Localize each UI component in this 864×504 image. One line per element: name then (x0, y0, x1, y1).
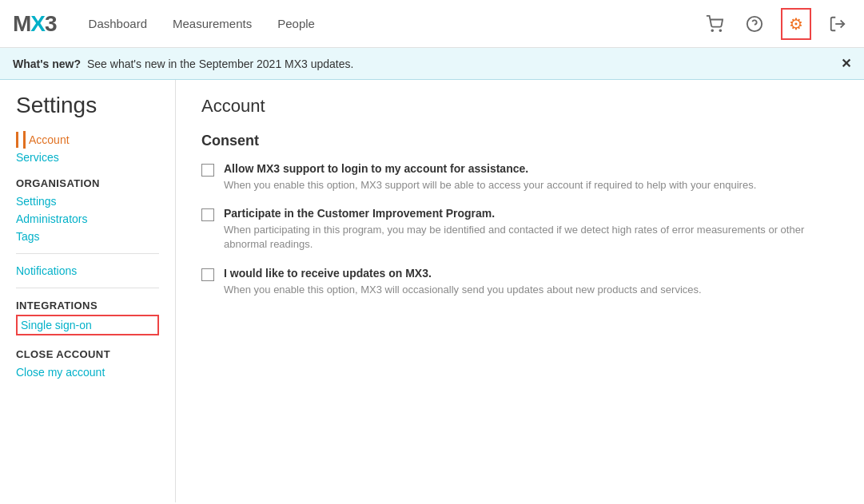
sidebar: Settings Account Services ORGANISATION S… (0, 80, 176, 502)
consent-desc-3: When you enable this option, MX3 will oc… (224, 283, 702, 297)
whats-new-banner: What's new? See what's new in the Septem… (0, 48, 864, 80)
logo-x: X (30, 11, 45, 36)
cart-icon (706, 15, 723, 33)
account-active-container: Account (16, 131, 159, 149)
sidebar-item-close-account[interactable]: Close my account (16, 363, 159, 381)
active-indicator (16, 132, 18, 148)
settings-icon-button[interactable]: ⚙ (781, 8, 811, 40)
sidebar-section-close-account: CLOSE ACCOUNT (16, 348, 159, 360)
consent-label-1: Allow MX3 support to login to my account… (224, 162, 756, 175)
nav-people[interactable]: People (277, 17, 315, 30)
sidebar-item-org-settings[interactable]: Settings (16, 192, 159, 210)
consent-text-wrap-3: I would like to receive updates on MX3. … (224, 267, 702, 297)
banner-close-button[interactable]: ✕ (841, 56, 851, 71)
nav-measurements[interactable]: Measurements (173, 17, 252, 30)
sidebar-item-administrators[interactable]: Administrators (16, 210, 159, 228)
svg-point-1 (719, 30, 721, 31)
main-layout: Settings Account Services ORGANISATION S… (0, 80, 864, 502)
sidebar-divider-1 (16, 253, 159, 254)
nav-dashboard[interactable]: Dashboard (89, 17, 147, 30)
svg-point-0 (711, 30, 713, 31)
help-icon (746, 15, 763, 33)
consent-label-3: I would like to receive updates on MX3. (224, 267, 702, 280)
sidebar-item-single-signon[interactable]: Single sign-on (16, 315, 159, 335)
sidebar-settings-title: Settings (16, 93, 159, 118)
sidebar-item-account[interactable]: Account (23, 131, 70, 149)
cart-icon-button[interactable] (701, 10, 728, 38)
consent-item-2: Participate in the Customer Improvement … (201, 207, 838, 252)
banner-bold-text: What's new? (13, 58, 81, 70)
sidebar-section-integrations: INTEGRATIONS (16, 300, 159, 312)
nav-icons: ⚙ (701, 8, 851, 40)
consent-checkbox-3[interactable] (201, 268, 214, 281)
banner-message: See what's new in the September 2021 MX3… (87, 58, 353, 70)
sidebar-divider-2 (16, 288, 159, 288)
page-title: Account (201, 96, 838, 117)
consent-desc-2: When participating in this program, you … (224, 223, 838, 252)
logo: MX3 (13, 11, 57, 37)
consent-item-3: I would like to receive updates on MX3. … (201, 267, 838, 297)
gear-icon: ⚙ (789, 14, 803, 34)
top-nav: MX3 Dashboard Measurements People ⚙ (0, 0, 864, 48)
content-area: Account Consent Allow MX3 support to log… (176, 80, 864, 502)
logout-icon-button[interactable] (824, 10, 851, 38)
logo-text: MX3 (13, 11, 57, 37)
consent-checkbox-1[interactable] (201, 164, 214, 177)
logout-icon (829, 15, 846, 33)
help-icon-button[interactable] (741, 10, 768, 38)
sidebar-item-services[interactable]: Services (16, 149, 159, 166)
sidebar-item-tags[interactable]: Tags (16, 228, 159, 245)
consent-desc-1: When you enable this option, MX3 support… (224, 178, 756, 192)
consent-item-1: Allow MX3 support to login to my account… (201, 162, 838, 192)
consent-text-wrap-1: Allow MX3 support to login to my account… (224, 162, 756, 192)
sidebar-item-notifications[interactable]: Notifications (16, 262, 159, 280)
consent-checkbox-2[interactable] (201, 208, 214, 221)
sidebar-section-organisation: ORGANISATION (16, 177, 159, 189)
nav-links: Dashboard Measurements People (89, 17, 701, 30)
consent-text-wrap-2: Participate in the Customer Improvement … (224, 207, 838, 252)
consent-section-title: Consent (201, 133, 838, 149)
consent-label-2: Participate in the Customer Improvement … (224, 207, 838, 220)
